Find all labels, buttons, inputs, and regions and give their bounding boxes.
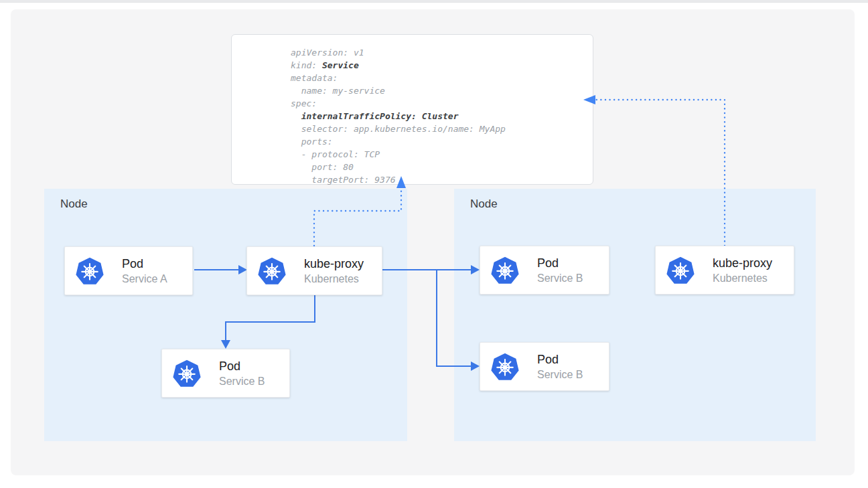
node-left: Node	[44, 189, 407, 441]
kubernetes-icon	[666, 256, 695, 284]
card-title: kube-proxy	[713, 256, 772, 271]
yaml-line-internal-traffic-policy: internalTrafficPolicy: Cluster	[291, 110, 593, 123]
card-subtitle: Service B	[537, 368, 583, 382]
card-pod-service-b-right-top: Pod Service B	[480, 246, 609, 295]
service-yaml-panel: apiVersion: v1 kind: Service metadata: n…	[231, 34, 593, 185]
card-subtitle: Service B	[537, 271, 583, 285]
node-right: Node	[454, 189, 816, 441]
card-kube-proxy-right: kube-proxy Kubernetes	[655, 246, 794, 295]
node-left-label: Node	[60, 197, 88, 211]
kubernetes-icon	[76, 257, 104, 285]
kubernetes-icon	[491, 256, 519, 284]
card-subtitle: Service B	[219, 374, 265, 388]
card-title: Pod	[219, 359, 265, 374]
yaml-line: selector: app.kubernetes.io/name: MyApp	[291, 123, 593, 135]
card-title: Pod	[537, 352, 583, 368]
card-pod-service-b-right-bottom: Pod Service B	[480, 342, 609, 391]
yaml-line: spec:	[291, 97, 593, 110]
card-pod-service-b-left: Pod Service B	[161, 349, 290, 398]
yaml-line: port: 80	[291, 161, 593, 173]
yaml-line: targetPort: 9376	[291, 173, 593, 186]
yaml-line: metadata:	[291, 72, 593, 84]
top-divider	[0, 0, 868, 3]
node-right-label: Node	[470, 197, 498, 211]
card-subtitle: Kubernetes	[304, 272, 364, 286]
card-subtitle: Kubernetes	[713, 271, 772, 285]
card-title: Pod	[537, 256, 583, 271]
yaml-line: name: my-service	[291, 84, 593, 97]
card-pod-service-a: Pod Service A	[64, 246, 193, 295]
kubernetes-icon	[258, 257, 286, 285]
kubernetes-icon	[173, 359, 201, 388]
card-title: kube-proxy	[304, 256, 364, 272]
kubernetes-icon	[491, 353, 519, 381]
yaml-line: apiVersion: v1	[291, 46, 593, 59]
card-kube-proxy-left: kube-proxy Kubernetes	[246, 246, 382, 295]
yaml-line: kind: Service	[291, 59, 593, 72]
yaml-line: ports:	[291, 135, 593, 148]
card-subtitle: Service A	[122, 272, 167, 286]
diagram-canvas: apiVersion: v1 kind: Service metadata: n…	[0, 0, 868, 488]
yaml-line: - protocol: TCP	[291, 148, 593, 161]
card-title: Pod	[122, 256, 167, 272]
